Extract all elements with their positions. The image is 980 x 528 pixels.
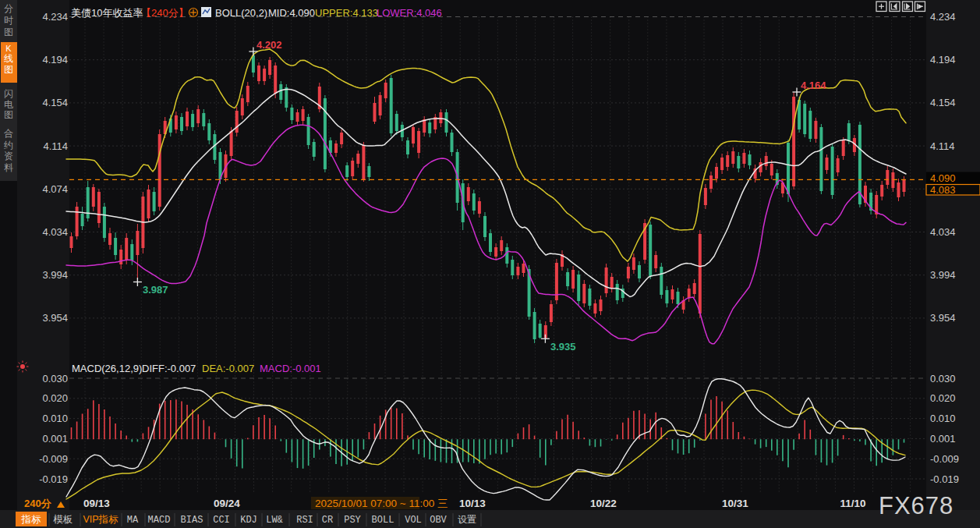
svg-text:合: 合 bbox=[4, 128, 13, 139]
svg-text:-0.019: -0.019 bbox=[39, 473, 68, 485]
svg-text:DEA:-0.007: DEA:-0.007 bbox=[202, 363, 254, 374]
svg-text:4.194: 4.194 bbox=[42, 54, 68, 66]
svg-text:指标: 指标 bbox=[21, 514, 42, 525]
svg-text:DIFF:-0.007: DIFF:-0.007 bbox=[142, 363, 196, 374]
svg-text:4.034: 4.034 bbox=[930, 226, 956, 238]
svg-text:BOLL: BOLL bbox=[372, 515, 394, 526]
svg-text:0.030: 0.030 bbox=[42, 373, 68, 384]
svg-text:BOLL(20,2): BOLL(20,2) bbox=[215, 7, 267, 19]
svg-text:4.114: 4.114 bbox=[43, 140, 68, 152]
svg-text:图: 图 bbox=[4, 64, 13, 75]
svg-text:3.954: 3.954 bbox=[42, 312, 68, 324]
svg-text:时: 时 bbox=[4, 15, 13, 26]
svg-text:图: 图 bbox=[4, 27, 13, 37]
svg-text:4.034: 4.034 bbox=[42, 226, 68, 238]
svg-text:线: 线 bbox=[4, 53, 13, 64]
svg-text:2025/10/01 07:00 ~ 11:00 三: 2025/10/01 07:00 ~ 11:00 三 bbox=[315, 498, 448, 509]
svg-text:0.010: 0.010 bbox=[930, 413, 956, 424]
svg-text:3.935: 3.935 bbox=[550, 341, 576, 353]
svg-text:4.154: 4.154 bbox=[930, 97, 956, 108]
svg-text:LW&: LW& bbox=[266, 515, 283, 526]
svg-text:3.954: 3.954 bbox=[930, 312, 956, 324]
svg-text:OBV: OBV bbox=[430, 515, 447, 526]
svg-text:4.234: 4.234 bbox=[42, 11, 68, 23]
svg-text:MID:4.090: MID:4.090 bbox=[268, 7, 315, 19]
svg-text:09/24: 09/24 bbox=[214, 498, 240, 509]
svg-text:闪: 闪 bbox=[4, 88, 13, 99]
svg-text:0.030: 0.030 bbox=[930, 373, 956, 384]
svg-text:UPPER:4.133: UPPER:4.133 bbox=[315, 7, 378, 19]
svg-text:-0.019: -0.019 bbox=[930, 473, 959, 485]
svg-text:BIAS: BIAS bbox=[181, 515, 203, 526]
svg-text:0.001: 0.001 bbox=[930, 433, 956, 445]
svg-text:【240分】: 【240分】 bbox=[141, 7, 189, 19]
svg-text:-0.009: -0.009 bbox=[39, 453, 68, 465]
svg-text:模板: 模板 bbox=[53, 514, 73, 525]
svg-text:3.994: 3.994 bbox=[42, 269, 68, 281]
svg-text:VIP指标: VIP指标 bbox=[83, 514, 119, 525]
svg-text:4.234: 4.234 bbox=[930, 11, 956, 23]
svg-text:料: 料 bbox=[4, 162, 13, 173]
svg-text:11/10: 11/10 bbox=[840, 498, 865, 509]
svg-text:-0.009: -0.009 bbox=[930, 453, 959, 465]
svg-text:4.202: 4.202 bbox=[256, 39, 282, 51]
svg-text:0.020: 0.020 bbox=[42, 392, 68, 404]
svg-text:美债10年收益率: 美债10年收益率 bbox=[71, 7, 143, 19]
svg-text:资: 资 bbox=[4, 151, 13, 161]
svg-text:PSY: PSY bbox=[344, 515, 361, 526]
svg-text:09/13: 09/13 bbox=[83, 498, 110, 509]
svg-text:10/31: 10/31 bbox=[722, 498, 748, 509]
svg-text:4.194: 4.194 bbox=[930, 54, 956, 66]
svg-text:KDJ: KDJ bbox=[240, 515, 257, 526]
svg-text:LOWER:4.046: LOWER:4.046 bbox=[377, 7, 442, 19]
svg-text:约: 约 bbox=[4, 140, 13, 151]
svg-text:10/22: 10/22 bbox=[590, 498, 617, 509]
svg-text:MA: MA bbox=[127, 515, 139, 526]
svg-text:电: 电 bbox=[4, 99, 13, 110]
svg-text:4.090: 4.090 bbox=[930, 172, 956, 184]
svg-text:MACD:-0.001: MACD:-0.001 bbox=[260, 363, 321, 374]
svg-text:4.114: 4.114 bbox=[930, 140, 955, 152]
svg-text:0.020: 0.020 bbox=[930, 392, 956, 404]
svg-text:0.010: 0.010 bbox=[42, 413, 68, 424]
svg-text:4.083: 4.083 bbox=[930, 184, 956, 196]
svg-text:K: K bbox=[5, 44, 12, 53]
svg-text:设置: 设置 bbox=[458, 515, 476, 526]
svg-text:4.074: 4.074 bbox=[42, 183, 68, 195]
svg-text:分: 分 bbox=[4, 3, 13, 14]
svg-text:MACD(26,12,9): MACD(26,12,9) bbox=[72, 363, 142, 374]
svg-text:0.001: 0.001 bbox=[42, 433, 68, 445]
svg-text:3.994: 3.994 bbox=[930, 269, 956, 281]
svg-text:4.164: 4.164 bbox=[801, 80, 826, 91]
svg-text:CR: CR bbox=[322, 515, 333, 526]
svg-text:RSI: RSI bbox=[296, 515, 313, 526]
svg-text:VOL: VOL bbox=[405, 515, 422, 526]
svg-text:10/13: 10/13 bbox=[459, 498, 486, 509]
svg-text:CCI: CCI bbox=[213, 515, 230, 526]
svg-text:4.154: 4.154 bbox=[42, 97, 68, 108]
svg-text:图: 图 bbox=[4, 109, 13, 120]
svg-text:3.987: 3.987 bbox=[143, 284, 168, 296]
svg-text:240分: 240分 bbox=[24, 498, 52, 509]
svg-text:FX678: FX678 bbox=[879, 492, 953, 519]
svg-text:MACD: MACD bbox=[148, 515, 171, 526]
